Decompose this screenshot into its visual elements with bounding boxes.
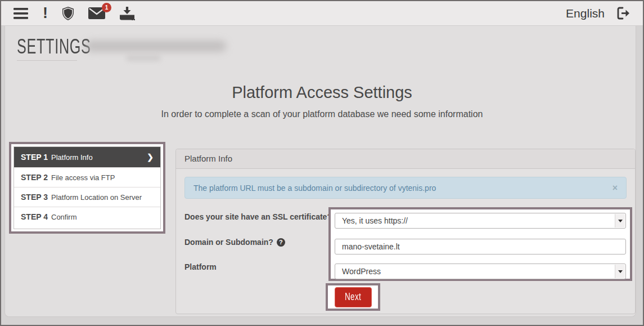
chevron-right-icon: ❯ [147,153,154,162]
step-item-3[interactable]: STEP 3 Platform Location on Server [14,187,160,207]
platform-select[interactable]: WordPress [335,264,626,279]
download-icon[interactable] [120,7,135,20]
page-title-underline [17,60,77,61]
logout-icon[interactable] [617,7,631,20]
shield-icon[interactable] [62,7,74,20]
platform-select-value: WordPress [342,267,381,276]
app-window: { "topbar": { "language_label": "English… [0,0,644,326]
domain-label-text: Domain or Subdomain? [184,238,273,247]
mail-icon[interactable]: 1 [88,7,105,19]
step-number: STEP 4 [21,212,48,221]
close-icon[interactable]: × [613,184,618,193]
redacted-text [85,41,226,52]
page-title: SETTINGS [17,35,91,59]
card-header: Platform Info [176,149,635,169]
step-number: STEP 2 [21,173,48,182]
step-number: STEP 1 [21,153,48,162]
step-item-4[interactable]: STEP 4 Confirm [14,207,160,226]
domain-input[interactable] [335,239,626,254]
topbar-icon-group: ! 1 [13,6,135,21]
menu-icon[interactable] [13,8,28,19]
ssl-label-text: Does your site have an SSL certificate? [184,212,332,221]
dropdown-arrow-icon [615,214,625,227]
info-alert-message: The platform URL must be a subdomain or … [193,184,436,193]
topbar-right-group: English [566,7,631,20]
next-button-label: Next [345,291,361,303]
annotation-box-next: Next [326,283,380,311]
info-alert: The platform URL must be a subdomain or … [184,177,627,199]
mail-badge: 1 [102,3,111,12]
ssl-select-value: Yes, it uses https:// [342,216,408,225]
dropdown-arrow-icon [615,265,625,278]
step-number: STEP 3 [21,193,48,202]
steps-list: STEP 1 Platform Info ❯ STEP 2 File acces… [13,146,161,229]
annotation-box-fields: Yes, it uses https:// WordPress [328,207,632,281]
step-label: Confirm [51,213,77,221]
next-button[interactable]: Next [335,287,372,307]
redacted-text [126,56,161,61]
wizard-subtitle: In order to complete a scan of your plat… [1,109,643,119]
language-selector[interactable]: English [566,7,605,20]
domain-label: Domain or Subdomain? ? [184,238,285,247]
intro-block: Platform Access Settings In order to com… [1,83,643,119]
platform-label: Platform [184,262,217,271]
wizard-title: Platform Access Settings [1,83,643,102]
step-label: File access via FTP [51,173,115,182]
ssl-select[interactable]: Yes, it uses https:// [335,213,626,229]
ssl-label: Does your site have an SSL certificate? [184,212,332,221]
step-item-1[interactable]: STEP 1 Platform Info ❯ [14,147,160,167]
step-item-2[interactable]: STEP 2 File access via FTP [14,167,160,187]
alert-icon[interactable]: ! [43,6,48,21]
help-icon[interactable]: ? [277,238,285,247]
topbar: ! 1 English [1,1,643,26]
platform-label-text: Platform [184,262,217,271]
step-label: Platform Location on Server [51,193,142,202]
annotation-box-steps: STEP 1 Platform Info ❯ STEP 2 File acces… [9,142,165,234]
step-label: Platform Info [51,153,93,162]
